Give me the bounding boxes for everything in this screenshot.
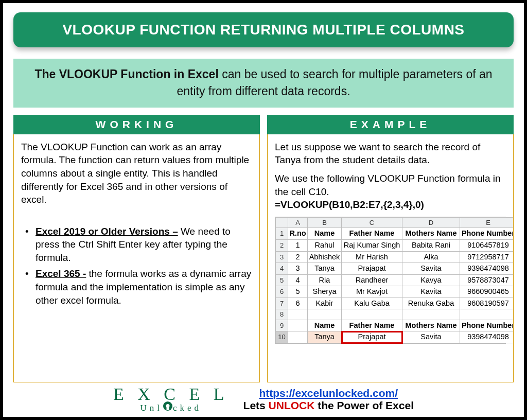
table-row: 5 4 Ria Randheer Kavya 9578873047 bbox=[276, 274, 514, 286]
col-letter: C bbox=[342, 217, 402, 228]
excel-table: A B C D E 1 R.no Name Father Name Mother… bbox=[275, 217, 514, 343]
intro-bold: The VLOOKUP Function in Excel bbox=[34, 67, 218, 81]
working-body: The VLOOKUP Function can work as an arra… bbox=[13, 134, 260, 382]
cell: 6 bbox=[288, 297, 308, 309]
site-link[interactable]: https://excelunlocked.com/ bbox=[259, 387, 398, 399]
table-row: 3 2 Abhishek Mr Harish Alka 9712958717 bbox=[276, 251, 514, 263]
cell: Randheer bbox=[342, 274, 402, 286]
cell: Phone Number bbox=[460, 228, 514, 240]
col-letter: D bbox=[402, 217, 460, 228]
cell: 4 bbox=[288, 274, 308, 286]
cell: 2 bbox=[288, 251, 308, 263]
cell: 9660900465 bbox=[460, 286, 514, 298]
bullet-lead: Excel 2019 or Older Versions – bbox=[36, 226, 178, 237]
row-num: 1 bbox=[276, 228, 288, 240]
example-body: Let us suppose we want to search the rec… bbox=[267, 134, 514, 382]
example-column: EXAMPLE Let us suppose we want to search… bbox=[267, 115, 514, 382]
example-p2-text: We use the following VLOOKUP Function fo… bbox=[275, 173, 501, 197]
col-letter: B bbox=[308, 217, 342, 228]
cell bbox=[288, 331, 308, 343]
table-row: 7 6 Kabir Kalu Gaba Renuka Gaba 96081905… bbox=[276, 297, 514, 309]
row-num: 9 bbox=[276, 320, 288, 331]
cell: Abhishek bbox=[308, 251, 342, 263]
brand-logo: E X C E L Unlcked bbox=[113, 387, 229, 412]
logo-bottom: Unlcked bbox=[140, 401, 202, 412]
table-row: 6 5 Sherya Mr Kavjot Kavita 9660900465 bbox=[276, 286, 514, 298]
col-letter: A bbox=[288, 217, 308, 228]
cell: Mr Kavjot bbox=[342, 286, 402, 298]
cell bbox=[288, 309, 308, 320]
example-header: EXAMPLE bbox=[267, 115, 514, 134]
cell bbox=[342, 309, 402, 320]
cell: 9398474098 bbox=[460, 263, 514, 275]
lookup-name-cell: Tanya bbox=[308, 331, 342, 343]
col-letter: E bbox=[460, 217, 514, 228]
cell: Kavya bbox=[402, 274, 460, 286]
cell: 9578873047 bbox=[460, 274, 514, 286]
cell: Raj Kumar Singh bbox=[342, 240, 402, 252]
row-num: 10 bbox=[276, 331, 288, 343]
cell bbox=[288, 320, 308, 331]
cell: 5 bbox=[288, 286, 308, 298]
cell: Phone Number bbox=[460, 320, 514, 331]
cell: Name bbox=[308, 320, 342, 331]
logo-text: C E L bbox=[164, 384, 229, 404]
example-p1: Let us suppose we want to search the rec… bbox=[275, 141, 506, 167]
lookup-result-row: 10 Tanya Prajapat Savita 9398474098 bbox=[276, 331, 514, 343]
infographic-frame: VLOOKUP FUNCTION RETURNING MULTIPLE COLU… bbox=[0, 0, 527, 420]
cell: Savita bbox=[402, 331, 460, 343]
row-num: 2 bbox=[276, 240, 288, 252]
cell: Alka bbox=[402, 251, 460, 263]
cell bbox=[308, 309, 342, 320]
working-paragraph: The VLOOKUP Function can work as an arra… bbox=[21, 141, 252, 206]
cell: 1 bbox=[288, 240, 308, 252]
working-header: WORKING bbox=[13, 115, 260, 134]
cell bbox=[402, 309, 460, 320]
logo-text: E X bbox=[113, 384, 155, 404]
footer: E X C E L Unlcked https://excelunlocked.… bbox=[13, 382, 514, 412]
logo-top: E X C E L bbox=[113, 387, 229, 402]
col-letter-row: A B C D E bbox=[276, 217, 514, 228]
example-formula: =VLOOKUP(B10,B2:E7,{2,3,4},0) bbox=[275, 199, 424, 210]
cell: Sherya bbox=[308, 286, 342, 298]
row-num: 7 bbox=[276, 297, 288, 309]
columns: WORKING The VLOOKUP Function can work as… bbox=[13, 115, 514, 382]
table-row-blank: 8 bbox=[276, 309, 514, 320]
cell: 9106457819 bbox=[460, 240, 514, 252]
table-row: 1 R.no Name Father Name Mothers Name Pho… bbox=[276, 228, 514, 240]
excel-grid: A B C D E 1 R.no Name Father Name Mother… bbox=[275, 217, 506, 344]
cell: 3 bbox=[288, 263, 308, 275]
working-bullet-1: Excel 2019 or Older Versions – We need t… bbox=[24, 225, 252, 265]
cell: Father Name bbox=[342, 320, 402, 331]
row-num: 8 bbox=[276, 309, 288, 320]
tagline-c: the Power of Excel bbox=[314, 399, 414, 411]
working-bullets: Excel 2019 or Older Versions – We need t… bbox=[21, 225, 252, 307]
cell: 9608190597 bbox=[460, 297, 514, 309]
cell: Mr Harish bbox=[342, 251, 402, 263]
cell: Name bbox=[308, 228, 342, 240]
keyhole-icon bbox=[163, 401, 172, 411]
tagline-unlock: UNLOCK bbox=[269, 399, 315, 411]
footer-text: https://excelunlocked.com/ Lets UNLOCK t… bbox=[243, 387, 414, 412]
cell: R.no bbox=[288, 228, 308, 240]
cell: Babita Rani bbox=[402, 240, 460, 252]
highlighted-result-cell: Prajapat bbox=[342, 331, 402, 343]
corner-cell bbox=[276, 217, 288, 228]
cell: Kavita bbox=[402, 286, 460, 298]
example-p2: We use the following VLOOKUP Function fo… bbox=[275, 172, 506, 212]
cell: Savita bbox=[402, 263, 460, 275]
tagline-a: Lets bbox=[243, 399, 269, 411]
cell: 9398474098 bbox=[460, 331, 514, 343]
cell: Father Name bbox=[342, 228, 402, 240]
cell: Ria bbox=[308, 274, 342, 286]
cell: Mothers Name bbox=[402, 228, 460, 240]
cell bbox=[460, 309, 514, 320]
row-num: 4 bbox=[276, 263, 288, 275]
table-row: 2 1 Rahul Raj Kumar Singh Babita Rani 91… bbox=[276, 240, 514, 252]
page-title: VLOOKUP FUNCTION RETURNING MULTIPLE COLU… bbox=[13, 12, 514, 47]
cell: Renuka Gaba bbox=[402, 297, 460, 309]
table-row: 4 3 Tanya Prajapat Savita 9398474098 bbox=[276, 263, 514, 275]
bullet-lead: Excel 365 - bbox=[36, 268, 86, 279]
working-bullet-2: Excel 365 - the formula works as a dynam… bbox=[24, 267, 252, 307]
row-num: 6 bbox=[276, 286, 288, 298]
